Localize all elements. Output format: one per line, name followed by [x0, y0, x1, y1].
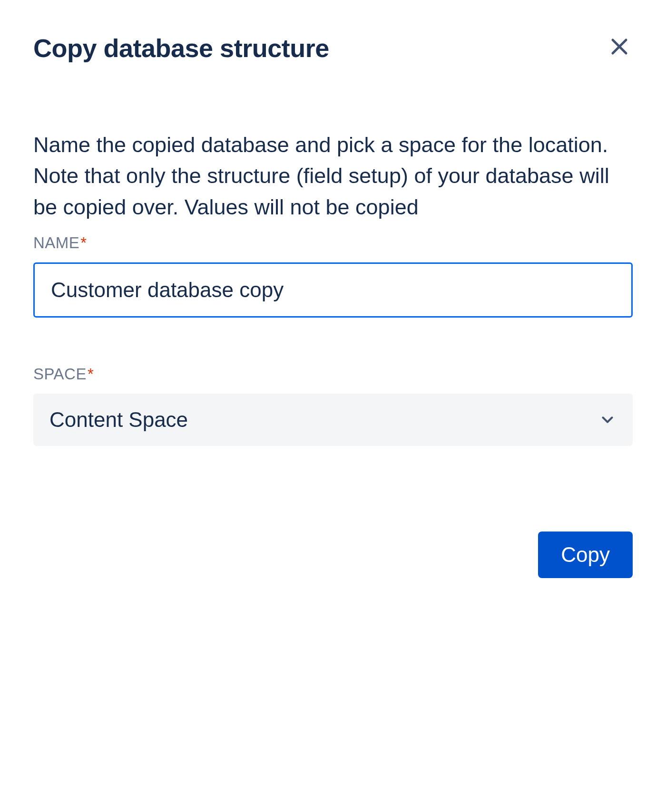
required-marker: * [80, 234, 87, 251]
required-marker: * [88, 365, 94, 383]
space-select-wrapper: Content Space [33, 394, 633, 446]
space-select-value: Content Space [49, 408, 188, 432]
name-input[interactable] [33, 262, 633, 318]
chevron-down-icon [598, 411, 617, 429]
space-field-label: SPACE* [33, 365, 633, 383]
copy-database-dialog: Copy database structure Name the copied … [33, 33, 633, 578]
dialog-title: Copy database structure [33, 33, 329, 63]
close-icon [608, 35, 631, 58]
copy-button[interactable]: Copy [538, 532, 633, 578]
name-field-label: NAME* [33, 234, 633, 252]
dialog-description: Name the copied database and pick a spac… [33, 129, 633, 222]
dialog-actions: Copy [33, 532, 633, 578]
close-button[interactable] [606, 33, 633, 60]
name-input-wrapper [33, 262, 633, 318]
space-select[interactable]: Content Space [33, 394, 633, 446]
dialog-header: Copy database structure [33, 33, 633, 63]
